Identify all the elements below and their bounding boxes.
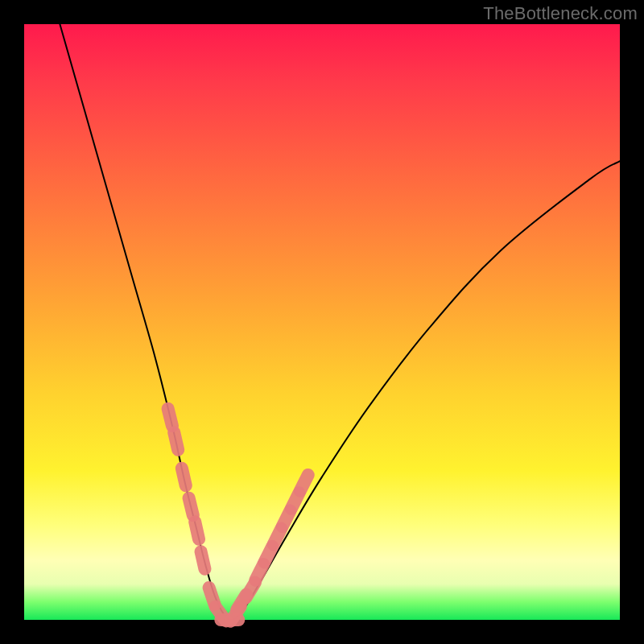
data-point-cluster (168, 409, 308, 621)
data-point (182, 469, 186, 485)
data-point (174, 432, 178, 449)
data-point (195, 522, 199, 539)
chart-svg (24, 24, 620, 620)
data-point (168, 409, 172, 426)
data-point (300, 475, 308, 491)
bottleneck-curve (60, 24, 620, 620)
plot-area (24, 24, 620, 620)
watermark-text: TheBottleneck.com (483, 3, 638, 24)
data-point (201, 551, 205, 568)
data-point (189, 498, 193, 515)
chart-frame: TheBottleneck.com (0, 0, 644, 644)
